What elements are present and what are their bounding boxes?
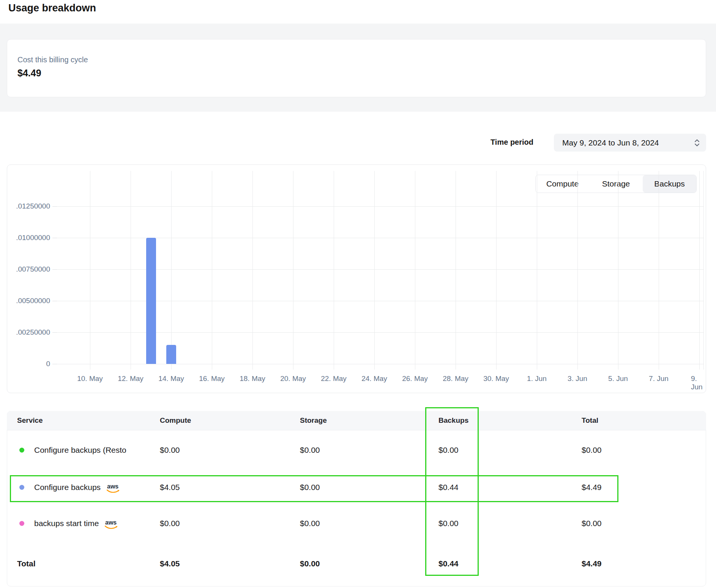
usage-chart-card <box>7 164 706 393</box>
cell-total: $4.49 <box>582 483 602 492</box>
time-period-value: May 9, 2024 to Jun 8, 2024 <box>562 138 659 147</box>
cost-card <box>7 39 706 97</box>
cell-total: $0.00 <box>582 519 602 528</box>
col-header-storage: Storage <box>300 416 327 425</box>
service-name: backups start time <box>34 519 99 528</box>
y-axis-tick: .00250000 <box>12 328 50 337</box>
col-header-service: Service <box>17 416 43 425</box>
x-axis-tick: 3. Jun <box>568 375 587 383</box>
total-backups: $0.44 <box>438 559 459 568</box>
chart-bar[interactable] <box>146 238 156 364</box>
x-axis-tick: 24. May <box>361 375 387 383</box>
x-axis-tick: 30. May <box>483 375 509 383</box>
service-dot <box>19 448 24 453</box>
col-header-backups: Backups <box>438 416 468 425</box>
svg-text:aws: aws <box>107 483 118 490</box>
cell-storage: $0.00 <box>300 446 320 455</box>
x-axis-tick: 26. May <box>402 375 428 383</box>
col-header-compute: Compute <box>160 416 191 425</box>
aws-logo-icon: aws <box>106 483 120 494</box>
page-title: Usage breakdown <box>8 2 96 14</box>
x-axis-tick: 10. May <box>77 375 103 383</box>
time-period-label: Time period <box>490 138 533 147</box>
table-row-service: Configure backups aws <box>34 482 120 493</box>
y-axis-tick: .00750000 <box>12 265 50 273</box>
service-dot <box>19 485 24 490</box>
x-axis-tick: 22. May <box>321 375 347 383</box>
table-header-row <box>7 411 706 430</box>
x-axis-tick: 16. May <box>199 375 225 383</box>
y-axis-tick: 0 <box>12 360 50 368</box>
usage-breakdown-page: Usage breakdown Cost this billing cycle … <box>0 0 716 588</box>
tab-compute[interactable]: Compute <box>536 175 589 193</box>
table-row-service: backups start time aws <box>34 518 118 529</box>
total-total: $4.49 <box>582 559 602 568</box>
col-header-total: Total <box>582 416 598 425</box>
y-axis-tick: .00500000 <box>12 297 50 305</box>
total-compute: $4.05 <box>160 559 180 568</box>
cell-storage: $0.00 <box>300 483 320 492</box>
x-axis-tick: 14. May <box>158 375 184 383</box>
y-axis-tick: .01250000 <box>12 202 50 210</box>
cell-backups: $0.44 <box>438 483 459 492</box>
cell-backups: $0.00 <box>438 446 459 455</box>
cell-storage: $0.00 <box>300 519 320 528</box>
x-axis-tick: 7. Jun <box>649 375 669 383</box>
service-name: Configure backups <box>34 483 101 492</box>
service-dot <box>19 521 24 526</box>
cell-compute: $0.00 <box>160 519 180 528</box>
cost-card-value: $4.49 <box>17 68 41 79</box>
aws-logo-icon: aws <box>104 519 118 530</box>
tab-backups[interactable]: Backups <box>643 175 696 193</box>
x-axis-tick: 28. May <box>443 375 468 383</box>
x-axis-tick: 1. Jun <box>527 375 547 383</box>
service-name: Configure backups (Resto <box>34 446 126 455</box>
x-axis-tick: 18. May <box>240 375 265 383</box>
cost-card-label: Cost this billing cycle <box>17 55 88 64</box>
x-axis-tick: 20. May <box>280 375 306 383</box>
x-axis-tick: 9. Jun <box>691 375 708 391</box>
total-row-label: Total <box>17 559 36 568</box>
chart-bar[interactable] <box>166 345 176 364</box>
cell-compute: $0.00 <box>160 446 180 455</box>
cell-compute: $4.05 <box>160 483 180 492</box>
y-axis-tick: .01000000 <box>12 234 50 242</box>
x-axis-tick: 5. Jun <box>608 375 628 383</box>
cell-backups: $0.00 <box>438 519 459 528</box>
x-axis-tick: 12. May <box>118 375 144 383</box>
chart-tab-group: Compute Storage Backups <box>535 175 697 193</box>
total-storage: $0.00 <box>300 559 320 568</box>
updown-chevron-icon <box>694 139 700 147</box>
table-row-service: Configure backups (Resto <box>34 446 126 455</box>
time-period-select[interactable]: May 9, 2024 to Jun 8, 2024 <box>554 134 706 152</box>
cell-total: $0.00 <box>582 446 602 455</box>
tab-storage[interactable]: Storage <box>589 175 643 193</box>
svg-text:aws: aws <box>105 519 117 526</box>
